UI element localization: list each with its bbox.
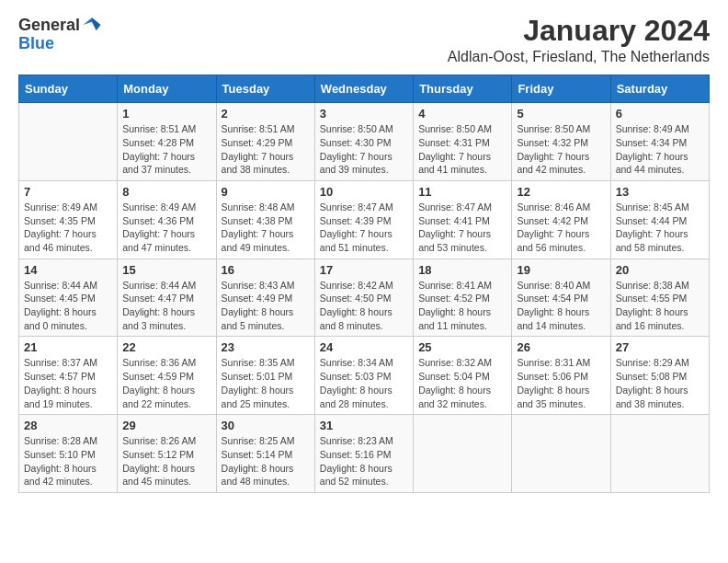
day-number: 1 (122, 107, 210, 121)
cell-detail: Sunrise: 8:49 AMSunset: 4:36 PMDaylight:… (122, 201, 210, 255)
title-block: January 2024 Aldlan-Oost, Friesland, The… (448, 15, 710, 65)
calendar-cell: 25Sunrise: 8:32 AMSunset: 5:04 PMDayligh… (414, 337, 512, 415)
cell-detail: Sunrise: 8:51 AMSunset: 4:29 PMDaylight:… (222, 122, 310, 177)
calendar-cell (414, 415, 512, 493)
calendar-cell: 1Sunrise: 8:51 AMSunset: 4:28 PMDaylight… (118, 103, 216, 181)
cell-detail: Sunrise: 8:32 AMSunset: 5:04 PMDaylight:… (418, 356, 506, 410)
calendar-cell: 23Sunrise: 8:35 AMSunset: 5:01 PMDayligh… (216, 337, 314, 415)
day-number: 22 (122, 340, 210, 354)
cell-detail: Sunrise: 8:48 AMSunset: 4:38 PMDaylight:… (222, 201, 310, 255)
cell-detail: Sunrise: 8:40 AMSunset: 4:54 PMDaylight:… (517, 279, 605, 333)
main-title: January 2024 (448, 15, 710, 47)
calendar-cell: 7Sunrise: 8:49 AMSunset: 4:35 PMDaylight… (19, 180, 118, 259)
calendar-cell: 12Sunrise: 8:46 AMSunset: 4:42 PMDayligh… (512, 180, 610, 259)
cell-detail: Sunrise: 8:44 AMSunset: 4:47 PMDaylight:… (122, 279, 210, 333)
day-number: 19 (517, 263, 605, 277)
weekday-header-wednesday: Wednesday (314, 75, 413, 103)
cell-detail: Sunrise: 8:50 AMSunset: 4:32 PMDaylight:… (517, 122, 605, 177)
day-number: 10 (320, 185, 408, 199)
calendar-cell: 11Sunrise: 8:47 AMSunset: 4:41 PMDayligh… (414, 180, 512, 259)
cell-detail: Sunrise: 8:26 AMSunset: 5:12 PMDaylight:… (122, 434, 210, 488)
cell-detail: Sunrise: 8:41 AMSunset: 4:52 PMDaylight:… (418, 279, 506, 333)
day-number: 4 (418, 107, 506, 121)
day-number: 31 (320, 419, 408, 432)
day-number: 7 (24, 185, 112, 199)
cell-detail: Sunrise: 8:37 AMSunset: 4:57 PMDaylight:… (24, 356, 112, 410)
calendar-cell: 29Sunrise: 8:26 AMSunset: 5:12 PMDayligh… (118, 415, 216, 493)
calendar-week-row: 21Sunrise: 8:37 AMSunset: 4:57 PMDayligh… (19, 337, 710, 415)
day-number: 8 (122, 185, 210, 199)
sub-title: Aldlan-Oost, Friesland, The Netherlands (448, 49, 710, 65)
day-number: 16 (222, 263, 310, 277)
cell-detail: Sunrise: 8:50 AMSunset: 4:30 PMDaylight:… (320, 122, 408, 177)
day-number: 20 (616, 263, 704, 277)
cell-detail: Sunrise: 8:45 AMSunset: 4:44 PMDaylight:… (616, 201, 704, 255)
day-number: 23 (222, 340, 310, 354)
calendar-cell: 21Sunrise: 8:37 AMSunset: 4:57 PMDayligh… (19, 337, 118, 415)
day-number: 25 (418, 340, 506, 354)
weekday-header-friday: Friday (512, 75, 610, 103)
calendar-week-row: 1Sunrise: 8:51 AMSunset: 4:28 PMDaylight… (19, 103, 710, 181)
day-number: 29 (122, 419, 210, 432)
calendar-header-row: SundayMondayTuesdayWednesdayThursdayFrid… (19, 75, 710, 103)
calendar-week-row: 7Sunrise: 8:49 AMSunset: 4:35 PMDaylight… (19, 180, 710, 259)
day-number: 26 (517, 340, 605, 354)
calendar-cell: 5Sunrise: 8:50 AMSunset: 4:32 PMDaylight… (512, 103, 610, 181)
cell-detail: Sunrise: 8:44 AMSunset: 4:45 PMDaylight:… (24, 279, 112, 333)
day-number: 3 (320, 107, 408, 121)
cell-detail: Sunrise: 8:50 AMSunset: 4:31 PMDaylight:… (418, 122, 506, 177)
calendar-week-row: 14Sunrise: 8:44 AMSunset: 4:45 PMDayligh… (19, 259, 710, 337)
calendar-cell: 18Sunrise: 8:41 AMSunset: 4:52 PMDayligh… (414, 259, 512, 337)
cell-detail: Sunrise: 8:49 AMSunset: 4:34 PMDaylight:… (616, 122, 704, 177)
calendar-week-row: 28Sunrise: 8:28 AMSunset: 5:10 PMDayligh… (19, 415, 710, 493)
calendar-cell (610, 415, 709, 493)
calendar-cell: 17Sunrise: 8:42 AMSunset: 4:50 PMDayligh… (314, 259, 413, 337)
calendar-cell: 10Sunrise: 8:47 AMSunset: 4:39 PMDayligh… (314, 180, 413, 259)
cell-detail: Sunrise: 8:36 AMSunset: 4:59 PMDaylight:… (122, 356, 210, 410)
day-number: 15 (122, 263, 210, 277)
cell-detail: Sunrise: 8:31 AMSunset: 5:06 PMDaylight:… (517, 356, 605, 410)
calendar-cell: 3Sunrise: 8:50 AMSunset: 4:30 PMDaylight… (314, 103, 413, 181)
calendar-cell: 19Sunrise: 8:40 AMSunset: 4:54 PMDayligh… (512, 259, 610, 337)
day-number: 17 (320, 263, 408, 277)
logo: General Blue (18, 15, 102, 52)
calendar-cell: 24Sunrise: 8:34 AMSunset: 5:03 PMDayligh… (314, 337, 413, 415)
day-number: 12 (517, 185, 605, 199)
svg-marker-1 (92, 17, 100, 30)
calendar-cell: 13Sunrise: 8:45 AMSunset: 4:44 PMDayligh… (610, 180, 709, 259)
calendar-cell: 8Sunrise: 8:49 AMSunset: 4:36 PMDaylight… (118, 180, 216, 259)
weekday-header-saturday: Saturday (610, 75, 709, 103)
day-number: 9 (222, 185, 310, 199)
calendar-cell: 16Sunrise: 8:43 AMSunset: 4:49 PMDayligh… (216, 259, 314, 337)
weekday-header-monday: Monday (118, 75, 216, 103)
calendar-cell: 30Sunrise: 8:25 AMSunset: 5:14 PMDayligh… (216, 415, 314, 493)
cell-detail: Sunrise: 8:38 AMSunset: 4:55 PMDaylight:… (616, 279, 704, 333)
calendar-cell: 22Sunrise: 8:36 AMSunset: 4:59 PMDayligh… (118, 337, 216, 415)
day-number: 30 (222, 419, 310, 432)
calendar-cell: 27Sunrise: 8:29 AMSunset: 5:08 PMDayligh… (610, 337, 709, 415)
day-number: 5 (517, 107, 605, 121)
cell-detail: Sunrise: 8:42 AMSunset: 4:50 PMDaylight:… (320, 279, 408, 333)
calendar-cell: 26Sunrise: 8:31 AMSunset: 5:06 PMDayligh… (512, 337, 610, 415)
logo-blue: Blue (18, 34, 54, 52)
calendar-cell: 20Sunrise: 8:38 AMSunset: 4:55 PMDayligh… (610, 259, 709, 337)
calendar-table: SundayMondayTuesdayWednesdayThursdayFrid… (18, 75, 710, 493)
day-number: 13 (616, 185, 704, 199)
cell-detail: Sunrise: 8:43 AMSunset: 4:49 PMDaylight:… (222, 279, 310, 333)
weekday-header-sunday: Sunday (19, 75, 118, 103)
day-number: 28 (24, 419, 112, 432)
cell-detail: Sunrise: 8:35 AMSunset: 5:01 PMDaylight:… (222, 356, 310, 410)
day-number: 2 (222, 107, 310, 121)
cell-detail: Sunrise: 8:47 AMSunset: 4:39 PMDaylight:… (320, 201, 408, 255)
day-number: 24 (320, 340, 408, 354)
weekday-header-tuesday: Tuesday (216, 75, 314, 103)
cell-detail: Sunrise: 8:34 AMSunset: 5:03 PMDaylight:… (320, 356, 408, 410)
cell-detail: Sunrise: 8:28 AMSunset: 5:10 PMDaylight:… (24, 434, 112, 488)
day-number: 18 (418, 263, 506, 277)
calendar-cell (19, 103, 118, 181)
day-number: 27 (616, 340, 704, 354)
page-header: General Blue January 2024 Aldlan-Oost, F… (18, 15, 710, 65)
day-number: 6 (616, 107, 704, 121)
logo-general: General (18, 17, 80, 33)
cell-detail: Sunrise: 8:23 AMSunset: 5:16 PMDaylight:… (320, 434, 408, 488)
